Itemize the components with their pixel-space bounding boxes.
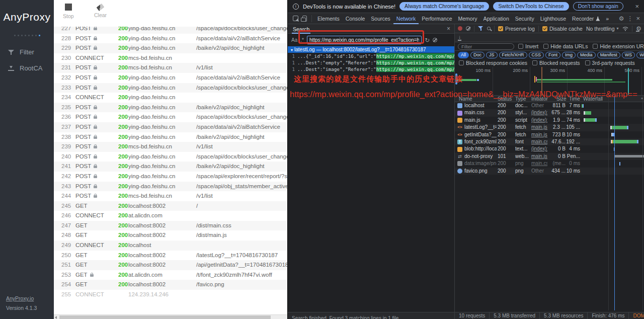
scroll-up-icon[interactable]: ▴: [641, 96, 643, 100]
network-request-row[interactable]: <>latestLog?__t=170...200fetchmain.js:16…: [455, 124, 644, 131]
filter-chip-ws[interactable]: WS: [622, 52, 635, 58]
tab-elements[interactable]: Elements: [314, 13, 343, 24]
infobar-button[interactable]: Switch DevTools to Chinese: [493, 2, 569, 11]
network-request-row[interactable]: <>getInitData?__t=17...200fetchmain.js:1…: [455, 131, 644, 138]
tab-sources[interactable]: Sources: [368, 13, 393, 24]
request-row[interactable]: 231POST200mcs-bd.feishu.cn/v1/list: [54, 63, 287, 73]
request-row[interactable]: 237POST200ying-dao.feishu.cn/space/data/…: [54, 122, 287, 132]
request-row[interactable]: 246CONNECT200at.alicdn.com: [54, 211, 287, 221]
request-row[interactable]: 244POST200mcs-bd.feishu.cn/v1/list: [54, 191, 287, 201]
disable-cache-checkbox[interactable]: Disable cache: [542, 26, 583, 32]
network-request-row[interactable]: Tfont_zck90zmlh7hf...200fontmain.css47.6…: [455, 138, 644, 145]
request-row[interactable]: 234CONNECT200ying-dao.feishu.cn: [54, 93, 287, 103]
request-initiator[interactable]: main.js:30: [531, 153, 547, 160]
request-initiator[interactable]: main.css: [531, 160, 547, 167]
more-tabs-button[interactable]: »: [603, 13, 612, 24]
scroll-left-arrow[interactable]: [55, 316, 57, 319]
sidebar-item-filter[interactable]: Filter: [8, 48, 34, 56]
network-request-row[interactable]: main.css200styl...(index):0675 ...28 ms: [455, 109, 644, 116]
checkbox-3rd-party-requests[interactable]: 3rd-party requests: [585, 60, 635, 66]
request-row[interactable]: 251GET200localhost:8002/api/getInitData?…: [54, 260, 287, 270]
stop-button[interactable]: Stop: [63, 4, 74, 19]
request-initiator[interactable]: (index):0: [531, 117, 547, 124]
request-row[interactable]: 249CONNECT200localhost: [54, 241, 287, 251]
tab-application[interactable]: Application: [480, 13, 512, 24]
search-network-icon[interactable]: [487, 27, 491, 30]
throttling-dropdown[interactable]: No throttling ▾: [586, 26, 619, 32]
filter-chip-img[interactable]: Img: [562, 52, 576, 58]
device-toolbar-icon[interactable]: [302, 16, 307, 22]
tab-performance[interactable]: Performance: [419, 13, 455, 24]
filter-chip-manifest[interactable]: Manifest: [597, 52, 620, 58]
request-row[interactable]: 250GET200localhost:8002/latestLog?__t=17…: [54, 251, 287, 261]
anyproxy-site-link[interactable]: AnyProxy.io: [6, 295, 34, 301]
checkbox-invert[interactable]: Invert: [518, 43, 538, 49]
search-close-icon[interactable]: ×: [447, 25, 450, 32]
search-result-line[interactable]: 1...Dest":"image","Referer":"https://mp.…: [288, 66, 454, 72]
scrollbar-thumb[interactable]: [59, 315, 271, 319]
inspect-element-icon[interactable]: [293, 16, 298, 21]
network-request-row[interactable]: main.js200script(index):01.9 ...74 ms: [455, 117, 644, 124]
more-options-icon[interactable]: ⋮: [627, 15, 633, 22]
tab-security[interactable]: Security: [512, 13, 537, 24]
checkbox-hide-data-urls[interactable]: Hide data URLs: [543, 43, 588, 49]
infobar-button[interactable]: Always match Chrome's language: [399, 2, 489, 11]
refresh-search-icon[interactable]: ↻: [425, 37, 430, 44]
settings-gear-icon[interactable]: ⚙: [619, 15, 624, 22]
network-request-row[interactable]: localhost200doc...Other811 B7 ms: [455, 102, 644, 109]
infobar-button[interactable]: Don't show again: [573, 2, 623, 11]
tab-search[interactable]: Search: [292, 25, 310, 34]
filter-chip-doc[interactable]: Doc: [470, 52, 485, 58]
request-row[interactable]: 253GET200at.alicdn.com/t/font_zck90zmlh7…: [54, 270, 287, 280]
network-request-row[interactable]: data:image/png;ba...200pngmain.css(me...…: [455, 160, 644, 167]
network-request-row[interactable]: favico.png200pngOther434 ...10 ms: [455, 168, 644, 175]
request-row[interactable]: 228POST200ying-dao.feishu.cn/space/data/…: [54, 34, 287, 44]
filter-chip-fetchxhr[interactable]: Fetch/XHR: [499, 52, 527, 58]
record-icon[interactable]: [458, 26, 462, 31]
network-request-row[interactable]: blob:http://localho...200text...(index):…: [455, 145, 644, 152]
clear-button[interactable]: Clear: [94, 4, 107, 18]
tab-console[interactable]: Console: [343, 13, 368, 24]
request-row[interactable]: 247GET200localhost:8002/dist/main.css: [54, 221, 287, 231]
clear-search-icon[interactable]: [433, 38, 437, 42]
infobar-close-icon[interactable]: ×: [635, 3, 639, 10]
request-row[interactable]: 248GET200localhost:8002/dist/main.js: [54, 230, 287, 241]
filter-toggle-icon[interactable]: [478, 26, 484, 31]
request-row[interactable]: 238POST200ying-dao.feishu.cn/baike/v2/ap…: [54, 132, 287, 142]
request-row[interactable]: 229POST200ying-dao.feishu.cn/baike/v2/ap…: [54, 43, 287, 53]
request-row[interactable]: 255CONNECT124.239.14.246: [54, 290, 287, 300]
network-filter-input[interactable]: [458, 43, 514, 50]
request-initiator[interactable]: (index):0: [531, 145, 547, 152]
filter-chip-media[interactable]: Media: [577, 52, 596, 58]
regex-toggle[interactable]: .*: [300, 37, 304, 43]
search-input[interactable]: [307, 36, 422, 44]
search-result-line[interactable]: 1...Dest":"empty","Referer":"https://mp.…: [288, 59, 454, 66]
checkbox-blocked-requests[interactable]: Blocked requests: [532, 60, 580, 66]
request-row[interactable]: 235POST200ying-dao.feishu.cn/baike/v2/ap…: [54, 103, 287, 113]
request-row[interactable]: 245GET200localhost:8002/: [54, 201, 287, 211]
request-row[interactable]: 232POST200ying-dao.feishu.cn/space/data/…: [54, 73, 287, 83]
request-row[interactable]: 240POST200ying-dao.feishu.cn/space/api/d…: [54, 152, 287, 162]
request-row[interactable]: 233POST200ying-dao.feishu.cn/space/api/d…: [54, 83, 287, 93]
tab-network[interactable]: Network: [393, 13, 419, 24]
filter-chip-css[interactable]: CSS: [529, 52, 544, 58]
tab-recorder[interactable]: Recorder: [569, 13, 603, 24]
import-har-icon[interactable]: ↓: [458, 35, 461, 41]
network-settings-icon[interactable]: ⚙: [636, 25, 641, 32]
request-row[interactable]: 241POST200ying-dao.feishu.cn/baike/v2/ap…: [54, 162, 287, 172]
request-row[interactable]: 242POST200ying-dao.feishu.cn/space/api/e…: [54, 172, 287, 182]
preserve-log-checkbox[interactable]: Preserve log: [498, 26, 535, 32]
filter-chip-js[interactable]: JS: [486, 52, 498, 58]
sidebar-item-rootca[interactable]: RootCA: [8, 64, 43, 72]
filter-chip-all[interactable]: All: [458, 52, 469, 58]
search-result-file-header[interactable]: ▾latestLog — localhost:8002/latestLog?__…: [288, 46, 454, 53]
request-row[interactable]: 239POST200mcs-bd.feishu.cn/v1/list: [54, 142, 287, 152]
request-row[interactable]: 230CONNECT200mcs-bd.feishu.cn: [54, 53, 287, 63]
request-initiator[interactable]: (index):0: [531, 109, 547, 116]
clear-network-icon[interactable]: [466, 26, 470, 31]
request-initiator[interactable]: main.js:16: [531, 131, 547, 138]
request-row[interactable]: 236POST200ying-dao.feishu.cn/space/api/d…: [54, 112, 287, 122]
network-conditions-icon[interactable]: [622, 26, 628, 31]
network-request-row[interactable]: ⇄do-not-proxy101web...main.js:300 BPen..…: [455, 153, 644, 160]
checkbox-blocked-response-cookies[interactable]: Blocked response cookies: [459, 60, 527, 66]
